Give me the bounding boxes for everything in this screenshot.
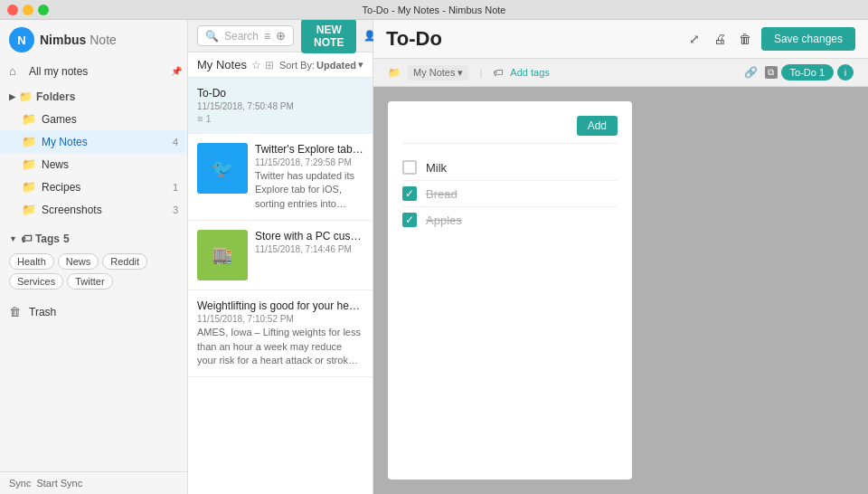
note-folder-badge[interactable]: My Notes ▾: [408, 65, 468, 81]
note-card-title: Store with a PC custom bu...: [255, 230, 363, 242]
checklist-label-apples: Apples: [426, 214, 462, 227]
divider: |: [479, 67, 482, 78]
add-item-button[interactable]: Add: [577, 116, 618, 136]
sync-label: Sync: [9, 478, 31, 489]
note-thumbnail: 🐦: [197, 143, 248, 194]
add-tags-button[interactable]: Add tags: [510, 67, 549, 78]
tag-health[interactable]: Health: [9, 253, 54, 270]
note-card-body: Weightlifting is good for your heart and…: [197, 299, 363, 367]
tags-group: ▼ 🏷 Tags 5 Health News Reddit Services T…: [0, 224, 187, 300]
note-card-title: Weightlifting is good for your heart and…: [197, 299, 363, 312]
sidebar: N Nimbus Note ⌂ All my notes 📌 ▶ 📁 Folde…: [0, 20, 188, 494]
sort-control[interactable]: Sort By: Updated ▾: [279, 59, 363, 71]
note-detail-panel: To-Do ⤢ 🖨 🗑 Save changes 📁 My Notes ▾ | …: [373, 20, 868, 494]
tag-twitter[interactable]: Twitter: [67, 273, 112, 290]
note-card-store[interactable]: 🏬 Store with a PC custom bu... 11/15/201…: [188, 221, 373, 290]
link-icon: 🔗: [744, 66, 758, 79]
folder-icon: 📁: [22, 180, 36, 194]
sidebar-item-my-notes[interactable]: 📁 My Notes 4: [0, 130, 187, 153]
new-note-button[interactable]: NEW NOTE: [301, 20, 356, 53]
tag-services[interactable]: Services: [9, 273, 63, 290]
store-icon: 🏬: [212, 245, 232, 265]
sidebar-item-screenshots[interactable]: 📁 Screenshots 3: [0, 198, 187, 221]
folder-icon: 📁: [22, 157, 36, 171]
sync-bar[interactable]: Sync Start Sync: [0, 471, 187, 494]
search-field[interactable]: 🔍 Search ≡ ⊕: [197, 25, 294, 46]
sidebar-item-all-notes[interactable]: ⌂ All my notes 📌: [0, 60, 187, 82]
folders-arrow: ▶: [9, 92, 15, 101]
window-controls[interactable]: [7, 5, 49, 15]
add-item-input[interactable]: [402, 119, 570, 133]
folders-group: ▶ 📁 Folders 📁 Games 📁 My Notes 4 📁 News …: [0, 82, 187, 224]
note-card-body: To-Do 11/15/2018, 7:50:48 PM ≡ 1: [197, 87, 363, 124]
note-detail-title: To-Do: [386, 27, 678, 51]
tag-news[interactable]: News: [58, 253, 99, 270]
sidebar-item-news[interactable]: 📁 News: [0, 153, 187, 176]
notes-list-title: My Notes: [197, 58, 251, 71]
info-button[interactable]: i: [837, 64, 854, 81]
folders-header[interactable]: ▶ 📁 Folders: [0, 86, 187, 108]
search-icon: 🔍: [205, 30, 219, 43]
notes-list-titlebar: My Notes ☆ ⊞ Sort By: Updated ▾: [188, 52, 373, 78]
list-icon: ≡: [197, 113, 203, 124]
note-card-preview: Twitter has updated its Explore tab for …: [255, 169, 363, 211]
note-detail-content: Add Milk ✓ Bread ✓ Apples: [373, 87, 868, 494]
checklist-label-milk: Milk: [426, 161, 447, 175]
filter-icon[interactable]: ≡: [264, 30, 270, 43]
add-item-row: Add: [402, 116, 618, 144]
window-title: To-Do - My Notes - Nimbus Note: [363, 5, 506, 15]
tab-todo[interactable]: To-Do 1: [781, 64, 834, 81]
maximize-button[interactable]: [38, 5, 49, 15]
note-card-preview: AMES, Iowa – Lifting weights for less th…: [197, 326, 363, 367]
note-toolbar-icons: ⤢ 🖨 🗑: [685, 30, 754, 48]
top-toolbar: 🔍 Search ≡ ⊕ NEW NOTE 👤 tips3@kkk.com ▾ …: [188, 20, 373, 52]
expand-icon[interactable]: ⤢: [685, 30, 703, 48]
checkbox-apples[interactable]: ✓: [402, 213, 417, 227]
home-icon: ⌂: [9, 64, 24, 78]
save-changes-button[interactable]: Save changes: [761, 27, 855, 51]
titlebar: To-Do - My Notes - Nimbus Note: [0, 0, 868, 20]
note-card-weightlifting[interactable]: Weightlifting is good for your heart and…: [188, 290, 373, 377]
copy-icon: ⧉: [765, 66, 778, 79]
note-card-body: Store with a PC custom bu... 11/15/2018,…: [255, 230, 363, 280]
star-icon: ☆: [251, 59, 261, 71]
folders-icon: 📁: [19, 90, 33, 103]
logo-icon: N: [9, 27, 34, 52]
close-button[interactable]: [7, 5, 18, 15]
note-card-todo[interactable]: To-Do 11/15/2018, 7:50:48 PM ≡ 1: [188, 78, 373, 134]
checklist-item-milk: Milk: [402, 155, 618, 181]
tag-reddit[interactable]: Reddit: [102, 253, 147, 270]
folder-icon: 📁: [22, 203, 36, 216]
checklist-item-apples: ✓ Apples: [402, 207, 618, 233]
folder-icon: 📁: [22, 112, 36, 126]
tag-cloud: Health News Reddit Services Twitter: [0, 250, 187, 297]
sidebar-item-games[interactable]: 📁 Games: [0, 108, 187, 130]
delete-icon[interactable]: 🗑: [736, 30, 754, 48]
note-card-title: Twitter's Explore tab start...: [255, 143, 363, 156]
tags-meta-icon: 🏷: [493, 67, 503, 78]
tags-header[interactable]: ▼ 🏷 Tags 5: [0, 228, 187, 250]
sidebar-item-recipes[interactable]: 📁 Recipes 1: [0, 176, 187, 198]
note-card-twitter[interactable]: 🐦 Twitter's Explore tab start... 11/15/2…: [188, 134, 373, 221]
search-placeholder: Search: [224, 30, 259, 43]
start-sync[interactable]: Start Sync: [36, 478, 82, 489]
pin-icon: 📌: [171, 66, 182, 76]
app-brand: Nimbus Note: [40, 33, 117, 47]
tags-icon: 🏷: [21, 233, 32, 245]
print-icon[interactable]: 🖨: [711, 30, 729, 48]
note-card-date: 11/15/2018, 7:50:48 PM: [197, 101, 363, 111]
sidebar-item-trash[interactable]: 🗑 Trash: [0, 300, 187, 323]
checkbox-milk[interactable]: [402, 160, 417, 175]
checkbox-bread[interactable]: ✓: [402, 186, 417, 201]
folder-icon: 📁: [22, 135, 36, 148]
note-card-date: 11/15/2018, 7:14:46 PM: [255, 244, 363, 254]
minimize-button[interactable]: [23, 5, 33, 15]
note-card-body: Twitter's Explore tab start... 11/15/201…: [255, 143, 363, 211]
magnify-icon[interactable]: ⊕: [276, 29, 286, 43]
tags-arrow: ▼: [9, 234, 17, 243]
notes-list-panel: 🔍 Search ≡ ⊕ NEW NOTE 👤 tips3@kkk.com ▾ …: [188, 20, 373, 494]
app-logo: N Nimbus Note: [0, 20, 187, 60]
checklist-item-bread: ✓ Bread: [402, 181, 618, 207]
twitter-bird-icon: 🐦: [212, 157, 234, 179]
note-thumbnail: 🏬: [197, 230, 248, 280]
